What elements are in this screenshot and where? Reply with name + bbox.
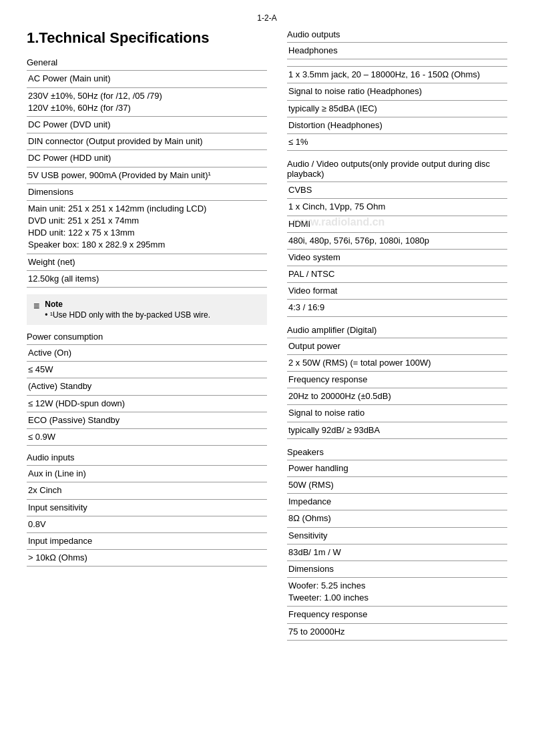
spec-value: 1 x 3.5mm jack, 20 – 18000Hz, 16 - 150Ω … [287,67,507,83]
spec-value: 0.8V [27,516,267,532]
note-icon: ≡ [33,300,39,312]
power-specs-table: Active (On)≤ 45W(Active) Standby≤ 12W (H… [27,344,267,446]
spec-value: typically 92dB/ ≥ 93dBA [287,422,507,438]
spec-label: Signal to noise ratio [287,405,507,422]
spec-value: 4:3 / 16:9 [287,300,507,316]
spec-value: 480i, 480p, 576i, 576p, 1080i, 1080p [287,232,507,249]
spec-value: 2x Cinch [27,482,267,499]
page-number: 1-2-A [27,13,507,23]
general-label: General [27,57,267,67]
headphones-label: Headphones [287,43,507,59]
spec-label: Dimensions [287,560,507,577]
note-title: Note [45,300,210,309]
spec-label: DC Power (HDD unit) [27,150,267,167]
spec-value: 8Ω (Ohms) [287,510,507,527]
page-title: 1.Technical Specifications [27,29,267,47]
spec-value: 5V USB power, 900mA (Provided by Main un… [27,167,267,183]
spec-value: 2 x 50W (RMS) (= total power 100W) [287,354,507,371]
headphones-label-table: Headphones [287,42,507,59]
spec-label: Impedance [287,494,507,510]
note-box: ≡ Note • ¹Use HDD only with the by-packe… [27,294,267,325]
amplifier-specs-table: Output power2 x 50W (RMS) (= total power… [287,338,507,439]
av-specs-table: CVBS1 x Cinch, 1Vpp, 75 OhmHDMI480i, 480… [287,181,507,317]
spec-label: Frequency response [287,372,507,388]
spec-label: Input sensitivity [27,499,267,516]
spec-value: ≤ 0.9W [27,428,267,445]
power-label: Power consumption [27,332,267,342]
spec-label: Signal to noise ratio (Headphones) [287,83,507,100]
spec-value: 230V ±10%, 50Hz (for /12, /05 /79) 120V … [27,87,267,116]
spec-value: ≤ 1% [287,133,507,150]
general-specs-table: AC Power (Main unit)230V ±10%, 50Hz (for… [27,70,267,288]
spec-label: Sensitivity [287,527,507,544]
spec-value: 20Hz to 20000Hz (±0.5dB) [287,388,507,405]
spec-value: 75 to 20000Hz [287,623,507,640]
spec-value: 83dB/ 1m / W [287,544,507,560]
spec-label: Power handling [287,460,507,476]
amplifier-label: Audio amplifier (Digital) [287,325,507,335]
spec-value: ≤ 12W (HDD-spun down) [27,395,267,412]
spec-value: ≤ 45W [27,362,267,378]
spec-value: 12.50kg (all items) [27,270,267,287]
headphone-specs-table: 1 x 3.5mm jack, 20 – 18000Hz, 16 - 150Ω … [287,66,507,151]
audio-outputs-label: Audio outputs [287,29,507,39]
spec-label: (Active) Standby [27,378,267,395]
spec-value: DIN connector (Output provided by Main u… [27,133,267,150]
av-outputs-label: Audio / Video outputs(only provide outpu… [287,159,507,179]
watermark: www.radioland.cn [294,216,384,228]
spec-label: CVBS [287,182,507,199]
spec-label: Weight (net) [27,254,267,270]
spec-label: Dimensions [27,183,267,200]
spec-label: Frequency response [287,607,507,623]
audio-inputs-label: Audio inputs [27,452,267,462]
spec-label: Distortion (Headphones) [287,117,507,133]
spec-label: Input impedance [27,532,267,549]
spec-value: 50W (RMS) [287,476,507,493]
spec-value: > 10kΩ (Ohms) [27,550,267,566]
spec-label: Video system [287,249,507,266]
spec-value: 1 x Cinch, 1Vpp, 75 Ohm [287,199,507,216]
spec-value: PAL / NTSC [287,266,507,283]
speaker-specs-table: Power handling50W (RMS)Impedance8Ω (Ohms… [287,460,507,641]
note-text: • ¹Use HDD only with the by-packed USB w… [45,310,210,320]
spec-value: Main unit: 251 x 251 x 142mm (including … [27,200,267,254]
spec-label: AC Power (Main unit) [27,71,267,87]
speakers-label: Speakers [287,447,507,457]
spec-label: DC Power (DVD unit) [27,116,267,133]
spec-label: Video format [287,283,507,300]
spec-label: Aux in (Line in) [27,466,267,482]
spec-value: typically ≥ 85dBA (IEC) [287,100,507,117]
audio-input-specs-table: Aux in (Line in)2x CinchInput sensitivit… [27,465,267,566]
spec-label: Active (On) [27,345,267,362]
spec-label: Output power [287,338,507,354]
spec-label: ECO (Passive) Standby [27,412,267,428]
spec-value: Woofer: 5.25 inches Tweeter: 1.00 inches [287,578,507,607]
